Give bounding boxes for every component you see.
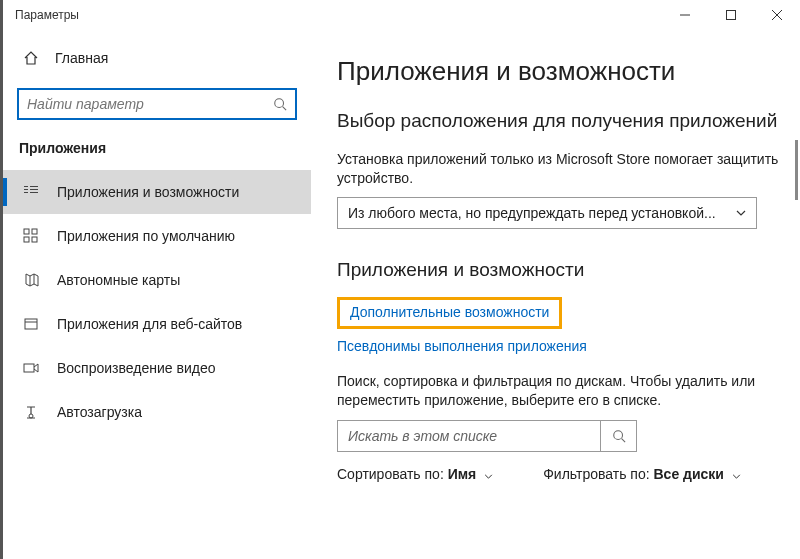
sidebar-item-offline-maps[interactable]: Автономные карты bbox=[3, 258, 311, 302]
filter-control[interactable]: Фильтровать по: Все диски bbox=[543, 466, 741, 482]
svg-rect-4 bbox=[24, 192, 28, 193]
sidebar-item-default-apps[interactable]: Приложения по умолчанию bbox=[3, 214, 311, 258]
search-icon bbox=[612, 429, 626, 443]
filter-description: Поиск, сортировка и фильтрация по дискам… bbox=[337, 372, 780, 410]
filter-value: Все диски bbox=[654, 466, 724, 482]
home-label: Главная bbox=[55, 50, 108, 66]
sort-value: Имя bbox=[448, 466, 477, 482]
chevron-down-icon bbox=[736, 210, 746, 216]
app-list-search-input[interactable]: Искать в этом списке bbox=[338, 428, 600, 444]
svg-rect-8 bbox=[24, 229, 29, 234]
sort-label: Сортировать по: bbox=[337, 466, 444, 482]
svg-rect-13 bbox=[24, 364, 34, 372]
sidebar-search-input[interactable] bbox=[27, 96, 273, 112]
sort-filter-row: Сортировать по: Имя Фильтровать по: Все … bbox=[337, 466, 780, 482]
sidebar-search[interactable] bbox=[17, 88, 297, 120]
titlebar: Параметры bbox=[3, 0, 800, 30]
maximize-button[interactable] bbox=[708, 0, 754, 30]
close-button[interactable] bbox=[754, 0, 800, 30]
sidebar-item-video-playback[interactable]: Воспроизведение видео bbox=[3, 346, 311, 390]
svg-point-14 bbox=[29, 414, 33, 418]
settings-window: Параметры Главная bbox=[0, 0, 800, 559]
execution-aliases-link[interactable]: Псевдонимы выполнения приложения bbox=[337, 338, 587, 354]
default-apps-icon bbox=[23, 228, 39, 244]
svg-rect-12 bbox=[25, 319, 37, 329]
sidebar-item-label: Приложения по умолчанию bbox=[57, 228, 235, 244]
sidebar-item-apps-features[interactable]: Приложения и возможности bbox=[3, 170, 311, 214]
svg-point-1 bbox=[275, 99, 284, 108]
svg-rect-10 bbox=[24, 237, 29, 242]
sidebar-item-label: Автозагрузка bbox=[57, 404, 142, 420]
sidebar-item-startup[interactable]: Автозагрузка bbox=[3, 390, 311, 434]
maximize-icon bbox=[726, 10, 736, 20]
svg-rect-2 bbox=[24, 186, 28, 187]
sidebar-section-label: Приложения bbox=[3, 130, 311, 170]
app-list-search-button[interactable] bbox=[600, 421, 636, 451]
search-icon bbox=[273, 97, 287, 111]
app-list-search[interactable]: Искать в этом списке bbox=[337, 420, 637, 452]
window-title: Параметры bbox=[15, 8, 79, 22]
svg-rect-5 bbox=[30, 186, 38, 187]
home-icon bbox=[23, 50, 39, 66]
sidebar-item-web-apps[interactable]: Приложения для веб-сайтов bbox=[3, 302, 311, 346]
source-description: Установка приложений только из Microsoft… bbox=[337, 150, 780, 188]
svg-rect-9 bbox=[32, 229, 37, 234]
close-icon bbox=[772, 10, 782, 20]
minimize-icon bbox=[680, 10, 690, 20]
web-apps-icon bbox=[23, 316, 39, 332]
video-icon bbox=[23, 360, 39, 376]
apps-heading: Приложения и возможности bbox=[337, 259, 780, 281]
svg-rect-7 bbox=[30, 192, 38, 193]
chevron-down-icon bbox=[484, 470, 493, 481]
page-title: Приложения и возможности bbox=[337, 56, 780, 87]
apps-features-icon bbox=[23, 184, 39, 200]
optional-features-link[interactable]: Дополнительные возможности bbox=[350, 304, 549, 320]
svg-rect-11 bbox=[32, 237, 37, 242]
minimize-button[interactable] bbox=[662, 0, 708, 30]
source-heading: Выбор расположения для получения приложе… bbox=[337, 109, 780, 134]
offline-maps-icon bbox=[23, 272, 39, 288]
sidebar-item-label: Приложения для веб-сайтов bbox=[57, 316, 242, 332]
dropdown-value: Из любого места, но предупреждать перед … bbox=[348, 205, 716, 221]
sidebar-nav: Приложения и возможности Приложения по у… bbox=[3, 170, 311, 434]
startup-icon bbox=[23, 404, 39, 420]
svg-point-15 bbox=[613, 431, 622, 440]
sort-control[interactable]: Сортировать по: Имя bbox=[337, 466, 493, 482]
sidebar-search-wrap bbox=[3, 78, 311, 130]
svg-rect-3 bbox=[24, 189, 28, 190]
optional-features-highlight: Дополнительные возможности bbox=[337, 297, 562, 329]
sidebar-item-label: Приложения и возможности bbox=[57, 184, 239, 200]
scrollbar[interactable] bbox=[795, 140, 798, 200]
home-link[interactable]: Главная bbox=[3, 38, 311, 78]
svg-rect-6 bbox=[30, 189, 38, 190]
sidebar-item-label: Воспроизведение видео bbox=[57, 360, 215, 376]
sidebar: Главная Приложения Приложения и возможно… bbox=[3, 30, 311, 559]
sidebar-item-label: Автономные карты bbox=[57, 272, 180, 288]
svg-rect-0 bbox=[727, 11, 736, 20]
chevron-down-icon bbox=[732, 470, 741, 481]
install-source-dropdown[interactable]: Из любого места, но предупреждать перед … bbox=[337, 197, 757, 229]
filter-label: Фильтровать по: bbox=[543, 466, 649, 482]
content: Главная Приложения Приложения и возможно… bbox=[3, 30, 800, 559]
main-panel: Приложения и возможности Выбор расположе… bbox=[311, 30, 800, 559]
